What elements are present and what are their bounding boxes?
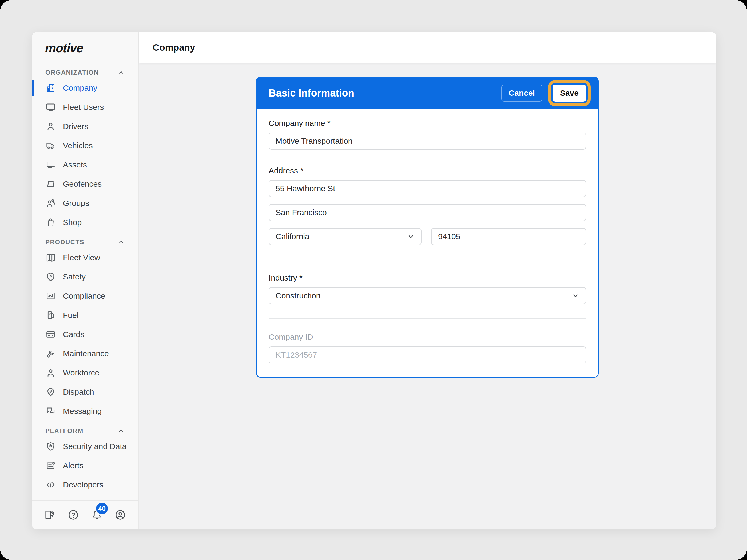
monitor-icon <box>45 102 56 112</box>
chat-bubbles-icon <box>45 406 56 417</box>
sidebar-item-vehicles[interactable]: Vehicles <box>32 136 138 155</box>
section-label-organization: ORGANIZATION <box>45 69 99 76</box>
sidebar-item-label: Groups <box>63 199 89 208</box>
sidebar-item-fuel[interactable]: Fuel <box>32 305 138 325</box>
sidebar-item-label: Messaging <box>63 407 102 416</box>
sidebar-item-label: Security and Data <box>63 442 126 451</box>
company-id-input <box>269 346 586 364</box>
alerts-icon <box>45 460 56 471</box>
sidebar-item-label: Assets <box>63 160 87 169</box>
sidebar-item-geofences[interactable]: Geofences <box>32 175 138 194</box>
industry-label: Industry * <box>269 273 586 283</box>
sidebar-item-assets[interactable]: Assets <box>32 155 138 175</box>
sidebar-item-shop[interactable]: Shop <box>32 213 138 232</box>
shield-lock-icon <box>45 441 56 452</box>
building-icon <box>45 83 56 93</box>
sidebar-item-label: Maintenance <box>63 349 109 358</box>
sidebar-item-workforce[interactable]: Workforce <box>32 363 138 382</box>
industry-select[interactable] <box>269 287 586 304</box>
sidebar-item-security-and-data[interactable]: Security and Data <box>32 437 138 456</box>
desktop-background: motive ORGANIZATION Company Fleet Users … <box>0 0 747 560</box>
section-label-platform: PLATFORM <box>45 427 83 435</box>
shield-icon <box>45 271 56 282</box>
save-button[interactable]: Save <box>552 84 586 102</box>
card-header: Basic Information Cancel Save <box>257 78 598 109</box>
sidebar-item-groups[interactable]: Groups <box>32 194 138 213</box>
company-id-label: Company ID <box>269 332 586 342</box>
address-city-input[interactable] <box>269 204 586 221</box>
sidebar-item-safety[interactable]: Safety <box>32 267 138 286</box>
sidebar-item-drivers[interactable]: Drivers <box>32 117 138 136</box>
chevron-up-icon[interactable] <box>117 238 125 246</box>
sidebar-item-cards[interactable]: Cards <box>32 325 138 344</box>
basic-information-card: Basic Information Cancel Save Company na… <box>256 77 599 378</box>
map-book-button[interactable] <box>44 509 56 521</box>
sidebar-footer: 40 <box>32 500 138 529</box>
motive-logo-text: motive <box>44 41 84 55</box>
state-zip-row <box>269 228 586 245</box>
industry-select-value[interactable] <box>269 287 586 304</box>
notifications-button[interactable]: 40 <box>91 509 103 521</box>
address-street-input[interactable] <box>269 180 586 197</box>
sidebar-item-label: Geofences <box>63 180 102 189</box>
sidebar-item-fleet-view[interactable]: Fleet View <box>32 248 138 267</box>
help-button[interactable] <box>67 509 79 521</box>
sidebar-item-label: Developers <box>63 480 104 489</box>
app-window: motive ORGANIZATION Company Fleet Users … <box>32 32 716 529</box>
dispatch-pin-icon <box>45 387 56 397</box>
sidebar: motive ORGANIZATION Company Fleet Users … <box>32 32 139 529</box>
sidebar-item-label: Dispatch <box>63 388 94 397</box>
cancel-button[interactable]: Cancel <box>501 84 542 102</box>
chevron-up-icon[interactable] <box>117 427 125 435</box>
sidebar-section-products[interactable]: PRODUCTS <box>32 236 138 248</box>
sidebar-item-label: Fuel <box>63 311 78 320</box>
sidebar-item-label: Cards <box>63 330 84 339</box>
sidebar-section-organization[interactable]: ORGANIZATION <box>32 67 138 78</box>
zip-field-wrap <box>431 228 586 245</box>
sidebar-item-company[interactable]: Company <box>32 78 138 98</box>
profile-button[interactable] <box>114 509 126 521</box>
zip-input[interactable] <box>431 228 586 245</box>
sidebar-item-alerts[interactable]: Alerts <box>32 456 138 475</box>
address-label: Address * <box>269 166 586 175</box>
wrench-icon <box>45 348 56 359</box>
company-name-input[interactable] <box>269 133 586 150</box>
sidebar-item-label: Drivers <box>63 122 88 131</box>
sidebar-item-maintenance[interactable]: Maintenance <box>32 344 138 363</box>
truck-icon <box>45 140 56 151</box>
credit-card-icon <box>45 329 56 340</box>
state-select[interactable] <box>269 228 421 245</box>
page-title: Company <box>153 42 195 53</box>
polygon-icon <box>45 179 56 189</box>
main-content: Company Basic Information Cancel Save Co… <box>139 32 716 529</box>
notification-badge: 40 <box>95 502 109 515</box>
sidebar-item-label: Safety <box>63 272 86 281</box>
sidebar-section-platform[interactable]: PLATFORM <box>32 425 138 437</box>
fuel-pump-icon <box>45 310 56 321</box>
map-icon <box>45 252 56 263</box>
company-name-label: Company name * <box>269 119 586 128</box>
sidebar-item-fleet-users[interactable]: Fleet Users <box>32 98 138 117</box>
sidebar-item-compliance[interactable]: Compliance <box>32 286 138 305</box>
divider <box>269 259 586 260</box>
code-icon <box>45 479 56 490</box>
help-icon <box>67 509 79 521</box>
state-select-value[interactable] <box>269 228 421 245</box>
sidebar-item-developers[interactable]: Developers <box>32 475 138 495</box>
trailer-icon <box>45 159 56 170</box>
map-book-icon <box>44 509 56 521</box>
sidebar-item-label: Vehicles <box>63 141 93 150</box>
people-icon <box>45 198 56 209</box>
person-icon <box>45 121 56 132</box>
sidebar-item-label: Workforce <box>63 368 99 377</box>
sidebar-item-messaging[interactable]: Messaging <box>32 402 138 421</box>
chevron-up-icon[interactable] <box>117 68 125 77</box>
sidebar-item-label: Alerts <box>63 461 83 470</box>
chart-doc-icon <box>45 291 56 301</box>
sidebar-item-dispatch[interactable]: Dispatch <box>32 382 138 402</box>
section-label-products: PRODUCTS <box>45 238 84 246</box>
card-title: Basic Information <box>269 87 501 99</box>
avatar-icon <box>114 509 126 521</box>
card-body: Company name * Address * Industry * <box>257 109 598 377</box>
sidebar-nav: ORGANIZATION Company Fleet Users Drivers… <box>32 67 138 495</box>
